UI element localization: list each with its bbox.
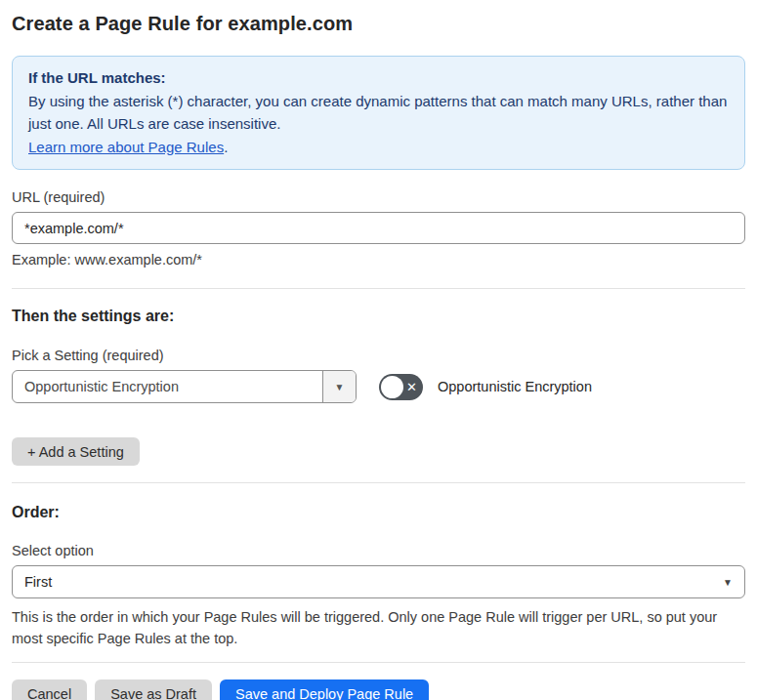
order-select-value: First: [24, 574, 52, 590]
link-suffix: .: [224, 139, 228, 155]
toggle-label: Opportunistic Encryption: [438, 379, 592, 394]
save-deploy-button[interactable]: Save and Deploy Page Rule: [220, 679, 429, 700]
cancel-button[interactable]: Cancel: [12, 679, 87, 700]
url-match-info-box: If the URL matches: By using the asteris…: [12, 56, 745, 170]
setting-select[interactable]: Opportunistic Encryption ▼: [12, 370, 357, 403]
url-input[interactable]: [12, 212, 745, 244]
setting-select-value: Opportunistic Encryption: [13, 371, 322, 402]
order-select[interactable]: First ▼: [12, 565, 745, 598]
footer-actions: Cancel Save as Draft Save and Deploy Pag…: [12, 679, 745, 700]
order-section-heading: Order:: [12, 504, 745, 521]
order-helper-text: This is the order in which your Page Rul…: [12, 606, 745, 649]
url-example-helper: Example: www.example.com/*: [12, 250, 745, 270]
setting-row: Opportunistic Encryption ▼ ✕ Opportunist…: [12, 370, 745, 403]
page-title: Create a Page Rule for example.com: [12, 0, 745, 35]
pick-setting-label: Pick a Setting (required): [12, 348, 745, 363]
info-box-link-line: Learn more about Page Rules.: [28, 136, 729, 159]
footer-divider: [12, 662, 745, 663]
section-divider: [12, 288, 745, 289]
add-setting-button[interactable]: + Add a Setting: [12, 437, 140, 466]
order-select-label: Select option: [12, 543, 745, 558]
page-rule-form: Create a Page Rule for example.com If th…: [0, 0, 757, 700]
info-box-heading: If the URL matches:: [28, 66, 729, 90]
toggle-knob: [381, 376, 403, 398]
dropdown-arrow-icon[interactable]: ▼: [322, 371, 356, 402]
info-box-body: By using the asterisk (*) character, you…: [28, 90, 729, 136]
save-draft-button[interactable]: Save as Draft: [95, 679, 212, 700]
learn-more-link[interactable]: Learn more about Page Rules: [28, 139, 224, 155]
settings-section-heading: Then the settings are:: [12, 308, 745, 325]
chevron-down-icon: ▼: [723, 577, 733, 588]
opportunistic-encryption-toggle[interactable]: ✕: [379, 374, 423, 400]
url-field-label: URL (required): [12, 189, 745, 205]
section-divider: [12, 482, 745, 483]
toggle-x-icon: ✕: [406, 381, 417, 393]
